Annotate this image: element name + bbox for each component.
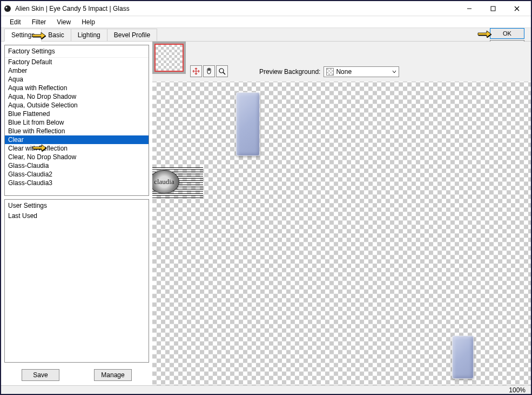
menu-help[interactable]: Help [76,17,100,27]
preset-item[interactable]: Factory Default [5,58,149,66]
preset-item[interactable]: Blue Flattened [5,110,149,118]
preview-canvas[interactable]: claudia [152,81,531,385]
thumbnail-selection [154,44,184,72]
maximize-button[interactable] [481,2,505,16]
preset-item[interactable]: Aqua, No Drop Shadow [5,92,149,101]
move-tool-button[interactable] [190,65,202,77]
svg-line-7 [223,72,225,74]
hand-tool-button[interactable] [203,65,215,77]
preset-item-selected[interactable]: Clear [5,135,149,144]
svg-point-6 [219,69,224,73]
preset-item[interactable]: Glass-Claudia [5,161,149,170]
tab-bevel-profile[interactable]: Bevel Profile [107,29,157,41]
content: Factory Settings Factory Default Amber A… [1,42,531,385]
zoom-tool-button[interactable] [216,65,228,77]
menu-edit[interactable]: Edit [4,17,26,27]
app-icon [3,4,12,13]
preset-item[interactable]: Blue with Reflection [5,127,149,135]
factory-preset-list[interactable]: Factory Settings Factory Default Amber A… [4,45,149,196]
left-panel: Factory Settings Factory Default Amber A… [1,42,152,385]
close-button[interactable] [505,2,529,16]
factory-preset-header: Factory Settings [5,45,149,58]
user-preset-header: User Settings [5,200,149,212]
right-panel: Preview Background: None claudia [152,42,531,385]
preview-thumbnail[interactable] [152,42,186,74]
tab-settings[interactable]: Settings [4,29,42,42]
preset-item[interactable]: Glass-Claudia2 [5,170,149,179]
svg-rect-3 [491,6,495,11]
svg-point-0 [4,5,11,12]
preset-item[interactable]: Glass-Claudia3 [5,179,149,187]
status-bar: 100% [1,385,531,394]
tab-basic[interactable]: Basic [41,29,71,41]
window-controls [457,2,529,16]
menubar: Edit Filter View Help [1,16,531,28]
preview-bg-value: None [336,68,352,76]
preset-item[interactable]: Blue Lit from Below [5,118,149,127]
user-preset-item[interactable]: Last Used [5,212,149,220]
user-preset-list[interactable]: User Settings Last Used [4,199,149,363]
preset-item[interactable]: Aqua [5,75,149,84]
tab-lighting[interactable]: Lighting [71,29,107,41]
transparency-icon [326,68,334,76]
zoom-level: 100% [509,386,526,394]
preset-item[interactable]: Clear with Reflection [5,144,149,153]
save-button[interactable]: Save [22,369,59,381]
preset-item[interactable]: Aqua, Outside Selection [5,101,149,110]
menu-filter[interactable]: Filter [26,17,52,27]
window-title: Alien Skin | Eye Candy 5 Impact | Glass [15,5,457,12]
ok-button[interactable]: OK [490,28,524,39]
manage-button[interactable]: Manage [94,369,132,381]
titlebar: Alien Skin | Eye Candy 5 Impact | Glass [1,1,531,16]
minimize-button[interactable] [457,2,481,16]
preview-bg-select[interactable]: None [324,66,399,77]
chevron-down-icon [392,68,396,76]
tabbar: Settings Basic Lighting Bevel Profile OK… [1,28,531,42]
svg-point-1 [6,6,8,8]
preview-controls-bar: Preview Background: None [152,42,531,81]
preview-bg-label: Preview Background: [259,68,320,76]
menu-view[interactable]: View [51,17,76,27]
left-button-row: Save Manage [4,366,149,382]
watermark: claudia [152,166,203,198]
preset-item[interactable]: Aqua with Reflection [5,84,149,92]
glass-preview-shape [236,92,260,156]
preset-item[interactable]: Clear, No Drop Shadow [5,153,149,161]
watermark-text: claudia [152,170,179,194]
preset-item[interactable]: Amber [5,66,149,75]
glass-preview-shape [452,336,474,379]
